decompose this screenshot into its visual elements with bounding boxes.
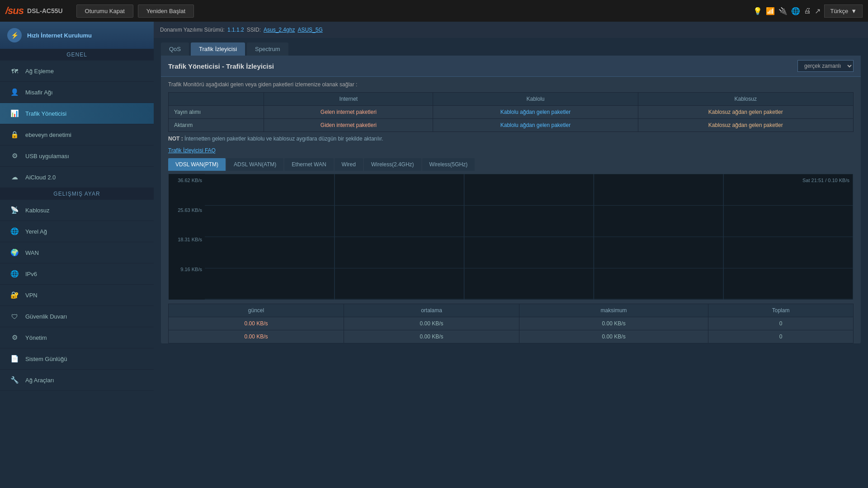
content-panel: Trafik Yöneticisi - Trafik İzleyicisi ge… — [161, 56, 861, 343]
tab-trafik-izleyicisi[interactable]: Trafik İzleyicisi — [191, 42, 245, 56]
ttab-wired[interactable]: Wired — [335, 158, 363, 171]
ipv6-icon: 🌐 — [9, 268, 20, 279]
sidebar-item-ag-araclar[interactable]: 🔧 Ağ Araçları — [0, 370, 154, 391]
main-content: QoS Trafik İzleyicisi Spectrum Trafik Yö… — [154, 38, 868, 488]
trafik-label: Trafik Yöneticisi — [25, 110, 66, 117]
misafir-ag-label: Misafir Ağı — [25, 89, 53, 96]
lang-label: Türkçe — [830, 8, 848, 14]
language-selector[interactable]: Türkçe ▼ — [824, 5, 863, 18]
usb-icon[interactable]: 🔌 — [778, 7, 788, 15]
yayin-internet-link[interactable]: Gelen internet paketleri — [264, 106, 433, 119]
stats-col-maks: maksimum — [519, 304, 708, 317]
kablosuz-icon: 📡 — [9, 205, 20, 216]
sidebar-item-ipv6[interactable]: 🌐 IPv6 — [0, 263, 154, 285]
topbar: /sus DSL-AC55U Oturumu Kapat Yeniden Baş… — [0, 0, 868, 22]
sidebar-item-guvenlik[interactable]: 🛡 Güvenlik Duvarı — [0, 306, 154, 327]
yerel-ag-label: Yerel Ağ — [25, 228, 47, 235]
share-icon[interactable]: ↗ — [815, 7, 821, 15]
aicloud-label: AiCloud 2.0 — [25, 174, 56, 181]
y-label-4: 9.16 KB/s — [171, 267, 202, 272]
y-label-1: 36.62 KB/s — [171, 178, 202, 183]
chart-y-labels: 36.62 KB/s 25.63 KB/s 18.31 KB/s 9.16 KB… — [169, 174, 205, 300]
quick-setup-label: Hızlı İnternet Kurulumu — [27, 32, 92, 39]
ssid-label: SSID: — [247, 27, 261, 33]
tab-qos[interactable]: QoS — [161, 42, 189, 56]
globe-icon[interactable]: 🌐 — [791, 7, 800, 15]
yayin-kablosuz-link[interactable]: Kablosuz ağdan gelen paketler — [638, 106, 854, 119]
sidebar-item-misafir-ag[interactable]: 👤 Misafir Ağı — [0, 82, 154, 103]
faq-link[interactable]: Trafik İzleyicisi FAQ — [161, 145, 861, 158]
aktarim-label: Aktarım — [169, 119, 264, 132]
yayin-kablo-link[interactable]: Kablolu ağdan gelen paketler — [433, 106, 638, 119]
realtime-select[interactable]: gerçek zamanlı — [797, 60, 854, 72]
fw-version[interactable]: 1.1.1.2 — [227, 27, 244, 33]
y-label-3: 18.31 KB/s — [171, 237, 202, 242]
ag-araclar-label: Ağ Araçları — [25, 377, 54, 384]
genel-section-title: Genel — [0, 49, 154, 61]
logo-area: /sus DSL-AC55U — [5, 5, 63, 17]
misafir-ag-icon: 👤 — [9, 87, 20, 98]
printer-icon[interactable]: 🖨 — [804, 7, 811, 15]
sidebar-item-vpn[interactable]: 🔐 VPN — [0, 285, 154, 306]
aktarim-kablo-link[interactable]: Kablolu ağdan gelen paketler — [433, 119, 638, 132]
ttab-wireless5[interactable]: Wireless(5GHz) — [422, 158, 475, 171]
wan-icon: 🌍 — [9, 247, 20, 258]
usb-app-icon: ⚙ — [9, 150, 20, 161]
aktarim-internet-link[interactable]: Giden internet paketleri — [264, 119, 433, 132]
vpn-icon: 🔐 — [9, 290, 20, 300]
ttab-wireless24[interactable]: Wireless(2.4GHz) — [364, 158, 421, 171]
sidebar-item-ebeveyn[interactable]: 🔒 ebeveyn denetimi — [0, 124, 154, 145]
lang-chevron-icon: ▼ — [851, 8, 857, 14]
panel-description: Trafik Monitörü aşağıdaki gelen veya gid… — [161, 77, 861, 92]
sidebar-item-ag-esleme[interactable]: 🗺 Ağ Eşleme — [0, 61, 154, 82]
stats-maks-2: 0.00 KB/s — [519, 330, 708, 343]
note-bold: NOT : — [168, 136, 183, 142]
table-row-aktarim: Aktarım Giden internet paketleri Kablolu… — [169, 119, 854, 132]
stats-col-ortalama: ortalama — [344, 304, 519, 317]
aicloud-icon: ☁ — [9, 172, 20, 183]
sidebar-item-kablosuz[interactable]: 📡 Kablosuz — [0, 200, 154, 221]
aktarim-kablosuz-link[interactable]: Kablosuz ağdan gelen paketler — [638, 119, 854, 132]
ttab-adsl[interactable]: ADSL WAN(ATM) — [226, 158, 283, 171]
sidebar-item-usb[interactable]: ⚙ USB uygulaması — [0, 145, 154, 167]
chart-timestamp: Sat 21:51 / 0.10 KB/s — [802, 178, 849, 183]
chart-svg — [205, 174, 853, 300]
quick-setup-item[interactable]: ⚡ Hızlı İnternet Kurulumu — [0, 22, 154, 49]
vpn-label: VPN — [25, 292, 38, 299]
panel-title: Trafik Yöneticisi - Trafik İzleyicisi — [168, 62, 274, 70]
main-tabs: QoS Trafik İzleyicisi Spectrum — [154, 38, 868, 56]
sidebar-item-yonetim[interactable]: ⚙ Yönetim — [0, 327, 154, 348]
ssid2-link[interactable]: ASUS_5G — [297, 27, 322, 33]
logout-button[interactable]: Oturumu Kapat — [76, 5, 133, 18]
ag-araclar-icon: 🔧 — [9, 375, 20, 385]
top-icons: 💡 📶 🔌 🌐 🖨 ↗ Türkçe ▼ — [753, 5, 863, 18]
stats-col-guncel: güncel — [169, 304, 344, 317]
ttab-vdsl[interactable]: VDSL WAN(PTM) — [168, 158, 226, 171]
bulb-icon[interactable]: 💡 — [753, 7, 762, 15]
guvenlik-label: Güvenlik Duvarı — [25, 313, 67, 320]
sidebar-item-yerel-ag[interactable]: 🌐 Yerel Ağ — [0, 221, 154, 242]
monitor-col-kablosuz: Kablosuz — [638, 93, 854, 106]
wifi-icon[interactable]: 📶 — [766, 7, 775, 15]
quick-setup-icon: ⚡ — [7, 28, 22, 42]
stats-row-2: 0.00 KB/s 0.00 KB/s 0.00 KB/s 0 — [169, 330, 854, 343]
ssid1-link[interactable]: Asus_2.4ghz — [264, 27, 295, 33]
stats-guncel-1: 0.00 KB/s — [169, 317, 344, 330]
tab-spectrum[interactable]: Spectrum — [247, 42, 288, 56]
sidebar-item-trafik[interactable]: 📊 Trafik Yöneticisi — [0, 103, 154, 124]
usb-label: USB uygulaması — [25, 153, 69, 160]
ttab-ethernet[interactable]: Ethernet WAN — [284, 158, 333, 171]
table-row-yayin: Yayın alımı Gelen internet paketleri Kab… — [169, 106, 854, 119]
sidebar-item-aicloud[interactable]: ☁ AiCloud 2.0 — [0, 167, 154, 188]
stats-row-1: 0.00 KB/s 0.00 KB/s 0.00 KB/s 0 — [169, 317, 854, 330]
sistem-icon: 📄 — [9, 353, 20, 364]
sidebar-item-sistem[interactable]: 📄 Sistem Günlüğü — [0, 348, 154, 370]
monitor-col-kablo: Kablolu — [433, 93, 638, 106]
sidebar-item-wan[interactable]: 🌍 WAN — [0, 242, 154, 263]
restart-button[interactable]: Yeniden Başlat — [138, 5, 194, 18]
panel-header: Trafik Yöneticisi - Trafik İzleyicisi ge… — [161, 56, 861, 77]
ag-esleme-label: Ağ Eşleme — [25, 68, 54, 75]
asus-logo: /sus — [5, 5, 24, 17]
advanced-section-title: Gelişmiş Ayar — [0, 188, 154, 200]
traffic-tabs: VDSL WAN(PTM) ADSL WAN(ATM) Ethernet WAN… — [161, 158, 861, 171]
